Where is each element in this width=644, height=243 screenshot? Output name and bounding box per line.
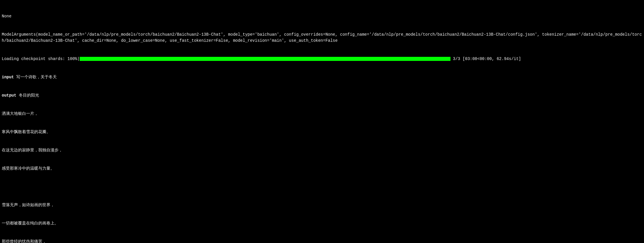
poem-7: 那些曾经的忧伤和痛苦， (2, 239, 642, 243)
terminal: None ModelArguments(model_name_or_path='… (0, 0, 644, 243)
poem-3: 在这无边的寂静里，我独自漫步， (2, 147, 642, 153)
poem-5: 雪落无声，如诗如画的世界， (2, 202, 642, 208)
line-output-1: output 冬目的阳光 (2, 93, 642, 99)
poem-blank-1 (2, 184, 642, 190)
line-input-1: input 写一个诗歌，关于冬天 (2, 74, 642, 80)
line-none: None (2, 13, 642, 19)
poem-6: 一切都被覆盖在纯白的画卷上。 (2, 220, 642, 226)
line-loading: Loading checkpoint shards: 100%| 3/3 [03… (2, 56, 642, 62)
line-model-args: ModelArguments(model_name_or_path='/data… (2, 32, 642, 44)
poem-1: 洒满大地银白一片， (2, 111, 642, 117)
poem-4: 感受那寒冷中的温暖与力量。 (2, 166, 642, 172)
poem-2: 寒风中飘散着雪花的花瓣。 (2, 129, 642, 135)
